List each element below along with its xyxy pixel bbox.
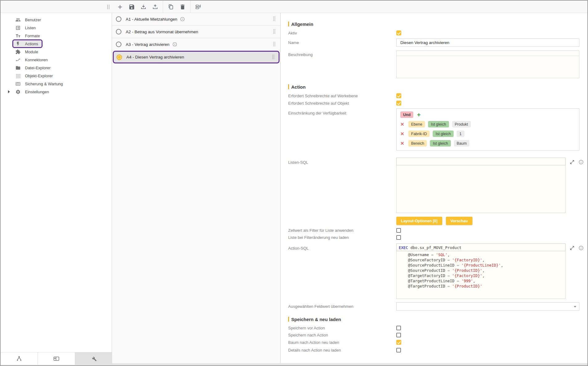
vorschau-button[interactable]: Vorschau: [446, 217, 472, 225]
liste-neu-checkbox[interactable]: [396, 235, 401, 240]
form-row-feldwert: Ausgewählten Feldwert übernehmen: [288, 302, 579, 311]
field-label: Liste bei Filteränderung neu laden: [288, 235, 396, 240]
condition-field-chip[interactable]: Bereich: [408, 140, 427, 147]
expand-icon[interactable]: [570, 159, 575, 165]
action-sql-editor[interactable]: EXEC dbo.sx_pf_MOVE_Product @Username = …: [396, 243, 566, 299]
remove-condition-icon[interactable]: ✕: [400, 131, 405, 137]
top-toolbar: [1, 1, 587, 13]
action-list-row-a2[interactable]: A2 - Betrag aus Vormonat übernehmen: [112, 26, 280, 38]
import-button[interactable]: [140, 3, 147, 10]
remove-condition-icon[interactable]: ✕: [400, 141, 405, 146]
zellwert-checkbox[interactable]: [396, 228, 401, 233]
tab-settings-view[interactable]: [75, 352, 112, 365]
list-icon: [15, 25, 21, 31]
sidebar-item-datei-explorer[interactable]: Datei-Explorer: [1, 64, 112, 72]
copy-icon: [168, 4, 174, 10]
field-label: Speichern vor Action: [288, 326, 396, 330]
sidebar-item-listen[interactable]: Listen: [1, 24, 112, 32]
speichern-nach-checkbox[interactable]: [396, 333, 401, 337]
form-row-zellwert: Zellwert als Filter für Liste anwenden: [288, 228, 579, 233]
objekt-checkbox[interactable]: [396, 101, 401, 106]
radio-button-selected[interactable]: [116, 54, 122, 60]
radio-button[interactable]: [116, 29, 121, 34]
sidebar-item-label: Formate: [25, 34, 40, 38]
export-button[interactable]: [151, 3, 159, 10]
section-header-speichern: Speichern & neu laden: [288, 316, 579, 322]
field-label: Listen-SQL: [288, 158, 396, 165]
tree-icon: [16, 355, 22, 362]
gear-icon: [15, 89, 21, 95]
werkebene-checkbox[interactable]: [396, 93, 401, 98]
info-icon[interactable]: [578, 245, 584, 251]
delete-icon: [179, 4, 186, 10]
download-icon: [140, 4, 147, 10]
layout-options-button[interactable]: Layout-Optionen [0]: [396, 217, 442, 225]
connector-icon: [15, 57, 21, 63]
remove-condition-icon[interactable]: ✕: [400, 122, 405, 127]
sidebar-item-label: Module: [25, 50, 38, 54]
add-condition-icon[interactable]: +: [417, 112, 421, 118]
info-icon[interactable]: [180, 17, 185, 22]
sidebar-item-label: Benutzer: [25, 18, 41, 22]
sidebar-item-module[interactable]: Module: [1, 48, 112, 56]
listen-sql-editor[interactable]: [396, 158, 566, 213]
sidebar-item-sicherung[interactable]: Sicherung & Wartung: [1, 80, 112, 88]
folder-icon: [15, 65, 21, 71]
action-list-row-a1[interactable]: A1 - Aktuelle Mietzahlungen: [112, 13, 280, 26]
condition-row: ✕ Ebene Ist gleich Produkt: [400, 121, 575, 127]
beschreibung-textarea[interactable]: [396, 50, 579, 78]
info-icon[interactable]: [172, 42, 177, 47]
section-title: Speichern & neu laden: [291, 317, 341, 322]
drag-handle[interactable]: [273, 42, 276, 47]
action-list-row-a4-selected[interactable]: A4 - Diesen Vertrag archivieren: [113, 51, 280, 63]
save-button[interactable]: [128, 3, 135, 10]
condition-operator-chip[interactable]: Ist gleich: [428, 121, 449, 127]
copy-button[interactable]: [167, 3, 174, 10]
sidebar-item-formate[interactable]: Formate: [1, 32, 112, 40]
sidebar-item-actions[interactable]: Actions: [1, 40, 112, 48]
drag-handle[interactable]: [272, 55, 275, 60]
expand-caret-icon[interactable]: [8, 90, 10, 93]
radio-button[interactable]: [116, 42, 121, 47]
tab-tree-view[interactable]: [1, 352, 38, 365]
condition-field-chip[interactable]: Ebene: [408, 121, 425, 127]
condition-field-chip[interactable]: Fabrik-ID: [408, 131, 430, 137]
drag-handle[interactable]: [273, 29, 276, 34]
sidebar-item-benutzer[interactable]: Benutzer: [1, 16, 112, 24]
group-operator-chip[interactable]: Und: [400, 111, 413, 118]
sidebar-item-einstellungen[interactable]: Einstellungen: [1, 88, 112, 96]
action-title: A1 - Aktuelle Mietzahlungen: [126, 17, 177, 22]
backup-icon: [15, 81, 21, 87]
sidebar-item-konnektoren[interactable]: Konnektoren: [1, 56, 112, 64]
expand-icon[interactable]: [570, 245, 575, 251]
baum-neu-laden-checkbox[interactable]: [396, 340, 401, 345]
field-label: Action-SQL: [288, 243, 396, 251]
field-label: Details nach Action neu laden: [288, 348, 396, 352]
form-row-speichern-vor: Speichern vor Action: [288, 326, 579, 330]
details-neu-laden-checkbox[interactable]: [396, 348, 401, 352]
section-header-action: Action: [288, 84, 579, 90]
action-config-button[interactable]: [194, 3, 202, 10]
aktiv-checkbox[interactable]: [396, 30, 401, 35]
name-input[interactable]: [396, 38, 579, 47]
action-list-row-a3[interactable]: A3 - Vertrag archivieren: [112, 38, 280, 51]
section-accent-bar: [288, 84, 289, 89]
feldwert-select[interactable]: [396, 302, 579, 311]
add-button[interactable]: [116, 3, 124, 10]
condition-value-chip[interactable]: Produkt: [452, 121, 471, 127]
info-icon[interactable]: [578, 159, 584, 165]
section-accent-bar: [288, 22, 289, 26]
condition-operator-chip[interactable]: Ist gleich: [430, 140, 451, 147]
speichern-vor-checkbox[interactable]: [396, 326, 401, 330]
tab-panel-view[interactable]: [38, 352, 75, 365]
sidebar-item-objekt-explorer[interactable]: Objekt-Explorer: [1, 72, 112, 80]
panel-resize-handle[interactable]: [107, 5, 110, 9]
upload-icon: [152, 4, 158, 10]
drag-handle[interactable]: [273, 17, 276, 22]
delete-button[interactable]: [179, 3, 186, 10]
condition-value-chip[interactable]: 1: [457, 131, 464, 137]
radio-button[interactable]: [116, 16, 121, 22]
condition-value-chip[interactable]: Baum: [454, 140, 470, 147]
condition-operator-chip[interactable]: Ist gleich: [433, 131, 453, 137]
sidebar-nav: Benutzer Listen Formate Actions Module K…: [1, 13, 112, 352]
